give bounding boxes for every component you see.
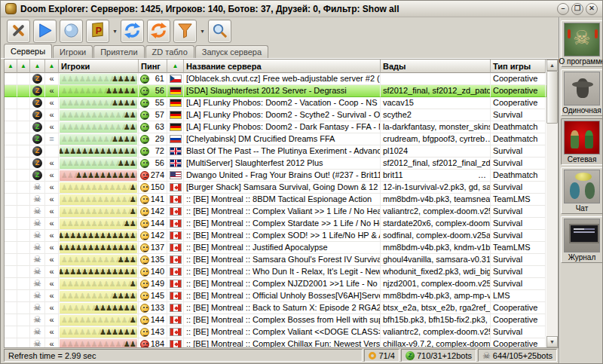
server-wads: mm8bdm-v4b.pk3, kndm-v1b.pk3, ro... [381, 242, 491, 254]
doom-master-icon: P [89, 22, 106, 41]
server-row[interactable]: ☠«♟♟♟♟♟♟♟♟♟♟♟♟♟♟♟♟♟♟144:: [BE] Montreal … [5, 314, 546, 326]
players-bar: ♟♟♟♟♟♟♟♟♟♟♟♟♟♟♟♟♟♟♟♟ [60, 158, 137, 169]
collapse-icon: « [45, 314, 58, 326]
scroll-thumb[interactable] [546, 71, 558, 124]
tab-4[interactable]: ZD табло [145, 45, 194, 58]
column-header-4[interactable]: ▲ [45, 60, 59, 73]
server-row[interactable]: ☠«♟♟♟♟♟♟♟♟♟♟♟♟♟♟♟♟♟♟♟♟♟♟♟143:: [BE] Mont… [5, 326, 546, 338]
game-type: Cooperative [491, 73, 546, 85]
chat-icon [564, 170, 600, 203]
player-count-sprites: ♟♟ [124, 339, 136, 348]
server-row[interactable]: ☠«♟♟♟♟♟♟♟♟♟♟♟♟♟♟♟♟♟♟♟♟135:: [BE] Montrea… [5, 254, 546, 266]
players-bar: ♟♟♟♟♟♟♟♟♟♟♟♟♟♟♟♟♟♟♟♟♟♟♟♟♟♟♟♟♟♟♟♟♟ [60, 146, 137, 157]
toolbar: P▾▾ [1, 17, 559, 44]
server-row[interactable]: Z♟♟♟♟♟♟♟♟♟♟♟♟♟♟♟♟♟♟♟♟♟♟♟♟♟♟♟♟♟♟♟♟♟72Blas… [5, 145, 546, 158]
column-header-8[interactable]: Название сервера [184, 60, 381, 73]
players-bar: ♟♟♟♟♟♟♟♟♟♟♟♟♟♟♟♟♟♟♟ [60, 122, 137, 133]
zandronum-icon: Z [32, 86, 42, 96]
scroll-down-icon[interactable]: ▼ [546, 336, 558, 347]
sidebar-button-about[interactable]: О программе [561, 20, 603, 67]
server-row[interactable]: ☠«♟♟♟♟♟♟♟♟♟♟♟♟♟♟♟♟♟♟♟♟♟♟♟♟♟♟♟♟♟♟♟140:: [… [5, 266, 546, 278]
server-row[interactable]: Z«♟♟♟♟♟♟♟♟♟♟♟♟♟♟♟♟♟♟♟♟56[MultiServer] Sl… [5, 158, 546, 170]
doom-master-button[interactable]: P [86, 20, 109, 43]
filter-button[interactable] [173, 20, 197, 43]
sphere-button[interactable] [60, 20, 83, 43]
sidebar: О программеОдиночнаяСетеваяЧатЖурнал [559, 17, 603, 363]
server-name: :: [BE] Montreal :: Complex SOD! >> 1 Li… [184, 230, 381, 242]
ping-value: 145 [151, 290, 167, 301]
players-bar: ♟♟♟♟♟♟♟♟♟♟♟♟♟♟♟♟♟♟♟♟♟ [60, 98, 137, 109]
column-header-6[interactable]: Пинг [139, 60, 167, 73]
ping-face-icon [140, 87, 149, 96]
server-row[interactable]: ☠«♟♟♟♟♟♟♟♟♟♟♟♟♟♟♟♟♟♟141:: [BE] Montreal … [5, 194, 546, 206]
sidebar-label: Чат [576, 204, 589, 213]
refresh-orange-button[interactable] [147, 20, 170, 43]
close-button[interactable]: ✕ [586, 3, 598, 15]
minimize-button[interactable]: – [557, 3, 569, 15]
ping-value: 150 [151, 182, 167, 193]
server-row[interactable]: Z«♟♟♟♟♟♟♟♟♟♟♟♟♟♟♟♟♟♟♟♟♟55[LA] FLunky Pho… [5, 97, 546, 109]
play-icon [36, 22, 54, 41]
zdaemon-icon: ☠ [33, 327, 41, 337]
server-row[interactable]: Z«♟♟♟♟♟♟♟♟♟♟♟♟♟♟♟♟♟♟♟57[LA] FLunky Phobo… [5, 109, 546, 121]
column-header-10[interactable]: Тип игры [491, 60, 546, 73]
column-header-2[interactable]: ▲ [17, 60, 30, 73]
sidebar-button-singleplayer[interactable]: Одиночная [561, 69, 603, 116]
player-count-sprites: ♟♟♟♟♟♟♟♟♟♟ [75, 170, 136, 181]
server-row[interactable]: ☠«♟♟♟♟♟♟♟♟♟♟♟♟♟♟♟♟♟♟♟♟♟145:: [BE] Montre… [5, 290, 546, 302]
server-wads: njzd2001, complex-doom.v25b2.pk3,... [381, 278, 491, 290]
server-row[interactable]: ☠«♟♟♟♟♟♟♟♟♟♟♟♟♟♟♟♟♟♟♟♟♟♟♟♟♟♟♟♟♟♟♟142:: [… [5, 230, 546, 242]
vertical-scrollbar[interactable]: ▲ ▼ [546, 59, 559, 348]
tools-button[interactable] [7, 20, 30, 43]
server-row[interactable]: Z«♟♟♟♟♟♟♟♟♟♟♟♟♟♟♟♟♟♟♟♟♟♟♟♟♟♟♟274Dwango U… [5, 170, 546, 182]
server-row[interactable]: Z≡♟♟♟♟♟♟♟♟♟♟♟♟♟♟♟♟♟♟♟♟♟29[Chelyabinsk] D… [5, 133, 546, 145]
zandronum-icon: Z [32, 134, 42, 144]
sidebar-button-chat[interactable]: Чат [561, 167, 603, 214]
zandronum-icon: Z [406, 351, 415, 360]
tab-1[interactable]: Серверы [4, 44, 52, 58]
flag-ca-icon [170, 268, 182, 276]
server-row[interactable]: ☠«♟♟♟♟♟♟♟♟♟♟♟♟♟♟♟♟♟♟150[Burger Shack] Sa… [5, 182, 546, 194]
players-bar: ♟♟♟♟♟♟♟♟♟♟♟♟♟♟♟♟♟♟ [60, 182, 137, 193]
search-button[interactable] [208, 20, 231, 43]
flag-ca-icon [170, 316, 182, 324]
maximize-button[interactable]: ❒ [571, 3, 583, 15]
column-header-5[interactable]: Игроки [59, 60, 139, 73]
sidebar-button-network[interactable]: Сетевая [561, 118, 603, 165]
column-header-1[interactable]: ▲ [5, 60, 17, 73]
ping-face-icon [140, 147, 149, 156]
ping-face-icon [140, 219, 149, 228]
game-type: Survival [491, 182, 546, 194]
filter-dropdown[interactable]: ▾ [200, 28, 205, 35]
server-row[interactable]: Z«♟♟♟♟♟♟♟♟♟♟♟♟♟♟♟♟♟♟♟♟♟♟56[SDA] Slaughte… [5, 85, 546, 97]
column-header-7[interactable]: ▲ [167, 60, 184, 73]
server-row[interactable]: ☠«♟♟♟♟♟♟♟♟♟♟♟♟♟♟♟♟♟♟♟♟♟♟♟♟133:: [BE] Mon… [5, 302, 546, 314]
ping-face-icon [140, 243, 149, 252]
players-bar: ♟♟♟♟♟♟♟♟♟♟♟♟♟♟♟♟♟♟♟♟♟ [60, 291, 137, 301]
scroll-track[interactable] [546, 71, 558, 336]
column-header-9[interactable]: Вады [381, 60, 491, 73]
zandronum-icon: Z [32, 110, 42, 120]
server-row[interactable]: Z«♟♟♟♟♟♟♟♟♟♟♟♟♟♟♟♟♟♟♟♟♟61[Oblacek.sh.cvu… [5, 73, 546, 85]
tab-2[interactable]: Игроки [53, 45, 93, 58]
zdaemon-icon: ☠ [33, 182, 41, 192]
tab-3[interactable]: Приятели [93, 45, 144, 58]
flag-ca-icon [170, 328, 182, 336]
play-button[interactable] [33, 20, 57, 43]
refresh-blue-button[interactable] [121, 20, 144, 43]
server-row[interactable]: ☠«♟♟♟♟♟♟♟♟♟♟♟♟♟♟♟♟♟♟142:: [BE] Montreal … [5, 206, 546, 218]
server-row[interactable]: ☠«♟♟♟♟♟♟♟♟♟♟♟♟♟♟♟♟♟♟♟♟♟♟♟♟♟♟♟♟♟♟♟137:: [… [5, 242, 546, 254]
column-header-3[interactable]: ▲ [30, 60, 45, 73]
game-type: Deathmatch [491, 170, 546, 182]
sidebar-button-log[interactable]: Журнал [561, 216, 603, 263]
scroll-up-icon[interactable]: ▲ [546, 60, 558, 71]
server-row[interactable]: ☠«♟♟♟♟♟♟♟♟♟♟♟♟♟♟♟♟♟♟149:: [BE] Montreal … [5, 278, 546, 290]
server-row[interactable]: ☠«♟♟♟♟♟♟♟♟♟♟♟♟♟♟♟♟♟♟♟184:: [BE] Montreal… [5, 338, 546, 347]
server-row[interactable]: Z«♟♟♟♟♟♟♟♟♟♟♟♟♟♟♟♟♟♟♟63[LA] FLunky Phobo… [5, 121, 546, 133]
doom-master-dropdown[interactable]: ▾ [112, 28, 118, 35]
server-wads: crudream, bfgpoof3, cyrtreb… [381, 133, 491, 145]
ping-value: 63 [155, 121, 167, 133]
server-row[interactable]: ☠«♟♟♟♟♟♟♟♟♟♟♟♟♟♟♟♟♟♟♟144:: [BE] Montreal… [5, 218, 546, 230]
tab-5[interactable]: Запуск сервера [195, 45, 268, 58]
game-type: Cooperative [491, 85, 546, 97]
